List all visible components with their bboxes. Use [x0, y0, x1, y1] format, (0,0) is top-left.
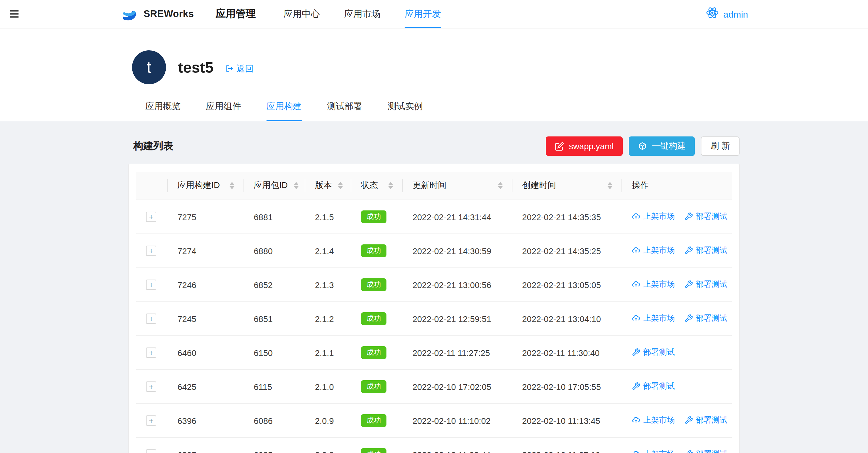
version-cell: 2.1.4	[305, 234, 351, 268]
sreworks-logo	[121, 5, 138, 23]
tab-app-overview[interactable]: 应用概览	[145, 101, 181, 121]
tab-app-build[interactable]: 应用构建	[267, 101, 302, 121]
table-row: + 6396 6086 2.0.9 成功 2022-02-10 11:10:02…	[136, 403, 732, 437]
app-header: t test5 返回 应用概览 应用组件 应用构建 测试部署 测试实例	[0, 28, 868, 121]
hamburger-menu-icon[interactable]	[0, 0, 28, 28]
back-icon	[226, 64, 234, 74]
tool-icon	[684, 314, 693, 322]
expand-row-button[interactable]: +	[146, 211, 156, 222]
created-time-cell: 2022-02-21 14:35:35	[513, 200, 622, 234]
action-link-market[interactable]: 上架市场	[632, 449, 675, 453]
one-click-build-button[interactable]: 一键构建	[629, 137, 695, 156]
package-id-cell: 6852	[244, 268, 305, 302]
nav-item-app-market[interactable]: 应用市场	[344, 0, 380, 28]
build-table-card: 应用构建ID 应用包ID	[128, 164, 740, 453]
action-link-deploy[interactable]: 部署测试	[684, 211, 727, 222]
action-link-deploy[interactable]: 部署测试	[684, 279, 727, 290]
swapp-yaml-button[interactable]: swapp.yaml	[546, 137, 623, 156]
user-name: admin	[723, 9, 748, 19]
refresh-label: 刷 新	[711, 141, 730, 151]
tab-test-instance[interactable]: 测试实例	[388, 101, 423, 121]
action-link-market[interactable]: 上架市场	[632, 211, 675, 222]
action-link-market[interactable]: 上架市场	[632, 415, 675, 426]
app-tabs: 应用概览 应用组件 应用构建 测试部署 测试实例	[145, 101, 868, 121]
cloud-upload-icon	[632, 314, 640, 322]
refresh-button[interactable]: 刷 新	[701, 137, 740, 156]
action-label: 上架市场	[643, 313, 675, 324]
action-link-deploy[interactable]: 部署测试	[684, 415, 727, 426]
column-header-updated-time[interactable]: 更新时间	[403, 172, 513, 200]
column-header-created-time[interactable]: 创建时间	[513, 172, 622, 200]
expand-row-button[interactable]: +	[146, 449, 156, 453]
expand-row-button[interactable]: +	[146, 381, 156, 392]
build-id-cell: 6396	[168, 403, 244, 437]
action-link-market[interactable]: 上架市场	[632, 279, 675, 290]
version-cell: 2.1.3	[305, 268, 351, 302]
version-cell: 2.0.9	[305, 403, 351, 437]
sort-icon	[498, 182, 503, 190]
status-badge: 成功	[361, 448, 386, 453]
action-label: 部署测试	[696, 211, 727, 222]
updated-time-cell: 2022-02-10 11:03:44	[403, 437, 513, 453]
nav-item-app-center[interactable]: 应用中心	[283, 0, 320, 28]
action-link-deploy[interactable]: 部署测试	[632, 347, 675, 358]
expand-row-button[interactable]: +	[146, 347, 156, 358]
column-header-version[interactable]: 版本	[305, 172, 351, 200]
nav-item-app-management[interactable]: 应用管理	[216, 0, 256, 28]
action-link-deploy[interactable]: 部署测试	[684, 245, 727, 256]
expand-row-button[interactable]: +	[146, 246, 156, 256]
app-title-row: t test5 返回	[132, 28, 868, 84]
build-id-cell: 6425	[168, 370, 244, 403]
expand-row-button[interactable]: +	[146, 416, 156, 426]
table-row: + 7246 6852 2.1.3 成功 2022-02-21 13:00:56…	[136, 268, 732, 302]
table-header-row: 应用构建ID 应用包ID	[136, 172, 732, 200]
tool-icon	[684, 450, 693, 453]
version-cell: 2.1.5	[305, 200, 351, 234]
package-id-cell: 6880	[244, 234, 305, 268]
swapp-yaml-label: swapp.yaml	[569, 141, 614, 151]
updated-time-cell: 2022-02-10 11:10:02	[403, 403, 513, 437]
created-time-cell: 2022-02-21 13:05:05	[513, 268, 622, 302]
nav-item-app-development[interactable]: 应用开发	[405, 0, 441, 28]
build-id-cell: 7275	[168, 200, 244, 234]
action-link-market[interactable]: 上架市场	[632, 245, 675, 256]
column-header-status[interactable]: 状态	[351, 172, 403, 200]
tab-app-components[interactable]: 应用组件	[206, 101, 241, 121]
tool-icon	[632, 382, 640, 391]
action-link-deploy[interactable]: 部署测试	[684, 313, 727, 324]
column-header-build-id[interactable]: 应用构建ID	[168, 172, 244, 200]
table-row: + 7275 6881 2.1.5 成功 2022-02-21 14:31:44…	[136, 200, 732, 234]
package-id-cell: 6881	[244, 200, 305, 234]
updated-time-cell: 2022-02-11 11:27:25	[403, 336, 513, 370]
brand[interactable]: SREWorks	[121, 0, 194, 28]
column-header-package-id[interactable]: 应用包ID	[244, 172, 305, 200]
user-menu[interactable]: admin	[706, 0, 748, 28]
build-id-cell: 7245	[168, 302, 244, 336]
build-id-cell: 6460	[168, 336, 244, 370]
expand-row-button[interactable]: +	[146, 313, 156, 324]
tool-icon	[684, 280, 693, 289]
package-id-cell: 6085	[244, 437, 305, 453]
action-label: 部署测试	[696, 449, 727, 453]
status-badge: 成功	[361, 380, 386, 393]
action-link-deploy[interactable]: 部署测试	[632, 381, 675, 392]
package-id-cell: 6115	[244, 370, 305, 403]
table-row: + 7274 6880 2.1.4 成功 2022-02-21 14:30:59…	[136, 234, 732, 268]
created-time-cell: 2022-02-10 11:07:10	[513, 437, 622, 453]
expand-row-button[interactable]: +	[146, 280, 156, 290]
page-title: test5	[178, 60, 214, 75]
build-table: 应用构建ID 应用包ID	[136, 172, 732, 453]
tool-icon	[684, 246, 693, 255]
table-row: + 7245 6851 2.1.2 成功 2022-02-21 12:59:51…	[136, 302, 732, 336]
created-time-cell: 2022-02-21 14:35:25	[513, 234, 622, 268]
back-link[interactable]: 返回	[226, 64, 253, 75]
sort-icon	[294, 182, 299, 190]
tab-test-deploy[interactable]: 测试部署	[327, 101, 362, 121]
sort-icon	[229, 182, 235, 190]
build-id-cell: 7274	[168, 234, 244, 268]
created-time-cell: 2022-02-10 17:05:55	[513, 370, 622, 403]
action-link-market[interactable]: 上架市场	[632, 313, 675, 324]
sort-icon	[338, 182, 343, 190]
action-link-deploy[interactable]: 部署测试	[684, 449, 727, 453]
topbar: SREWorks 应用管理 应用中心 应用市场 应用开发 admin	[0, 0, 868, 28]
